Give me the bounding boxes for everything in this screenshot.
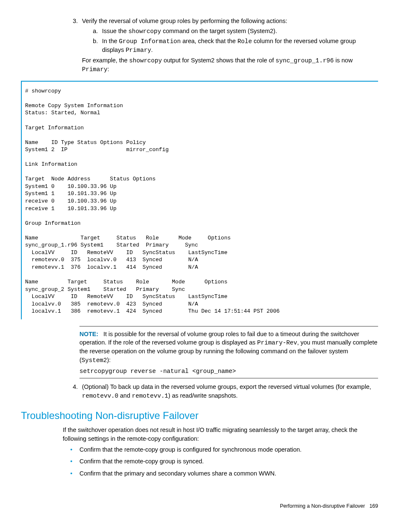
- note-label: NOTE:: [79, 331, 98, 337]
- step3a: Issue the showrcopy command on the targe…: [100, 27, 378, 36]
- step3-intro: Verify the reversal of volume group role…: [82, 18, 287, 24]
- bullet-2: Confirm that the remote-copy group is sy…: [63, 457, 378, 465]
- step-3: Verify the reversal of volume group role…: [79, 17, 378, 74]
- step-4: (Optional) To back up data in the revers…: [79, 383, 378, 400]
- page-footer: Performing a Non-disruptive Failover 169: [21, 503, 378, 510]
- note-rule-bottom: [79, 378, 378, 378]
- step3-sublist: Issue the showrcopy command on the targe…: [82, 27, 378, 54]
- note-rule-top: [79, 326, 378, 326]
- page-number: 169: [369, 503, 378, 509]
- note-block: NOTE: It is possible for the reversal of…: [79, 326, 378, 378]
- step-list-cont: (Optional) To back up data in the revers…: [79, 383, 378, 400]
- bullet-1: Confirm that the remote-copy group is co…: [63, 445, 378, 454]
- troubleshoot-intro: If the switchover operation does not res…: [63, 426, 378, 443]
- section-heading: Troubleshooting Non-disruptive Failover: [21, 409, 378, 423]
- troubleshoot-list: Confirm that the remote-copy group is co…: [63, 445, 378, 478]
- note-command: setrcopygroup reverse -natural <group_na…: [79, 367, 378, 375]
- step3-example: For example, the showrcopy output for Sy…: [82, 56, 378, 74]
- step3b: In the Group Information area, check tha…: [100, 37, 378, 55]
- footer-title: Performing a Non-disruptive Failover: [280, 503, 365, 509]
- step-list: Verify the reversal of volume group role…: [79, 17, 378, 74]
- bullet-3: Confirm that the primary and secondary v…: [63, 469, 378, 478]
- code-output: # showrcopy Remote Copy System Informati…: [21, 81, 378, 319]
